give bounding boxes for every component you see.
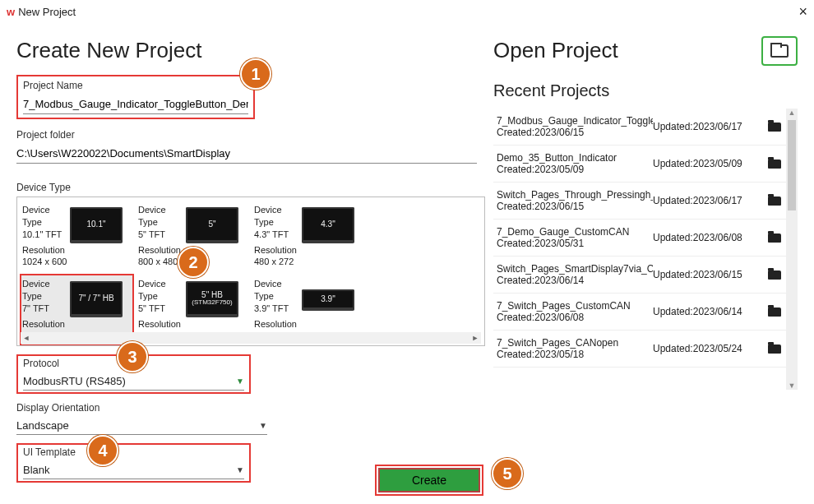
recent-item[interactable]: 7_Demo_Gauge_CustomCANCreated:2023/05/31… xyxy=(493,220,798,257)
project-name-group: 1 Project Name xyxy=(16,75,255,119)
orientation-label: Display Orientation xyxy=(16,402,267,414)
titlebar: w New Project × xyxy=(0,0,814,23)
project-folder-input[interactable] xyxy=(16,144,477,164)
folder-icon[interactable] xyxy=(768,123,781,132)
recent-item[interactable]: Switch_Pages_SmartDisplay7via_CustoCreat… xyxy=(493,257,798,294)
folder-icon[interactable] xyxy=(768,307,781,317)
device-thumb: 10.1" xyxy=(70,207,123,243)
device-thumb: 5" HB (STM32F750) xyxy=(186,281,238,317)
folder-icon[interactable] xyxy=(768,270,781,280)
create-button-label: Create xyxy=(412,474,446,487)
scroll-left-icon[interactable]: ◄ xyxy=(21,334,32,342)
device-hscroll[interactable]: ◄ ► xyxy=(21,332,481,344)
folder-icon[interactable] xyxy=(768,160,781,169)
folder-open-icon xyxy=(770,44,789,58)
protocol-select[interactable]: ModbusRTU (RS485) ▼ xyxy=(23,372,244,391)
recent-item[interactable]: 7_Modbus_Gauge_Indicator_ToggleBuCreated… xyxy=(493,109,798,146)
recent-item[interactable]: 7_Switch_Pages_CANopenCreated:2023/05/18… xyxy=(493,331,798,368)
callout-5: 5 xyxy=(492,458,523,489)
device-type-label: Device Type xyxy=(16,182,485,193)
scroll-down-icon[interactable]: ▼ xyxy=(786,381,798,390)
callout-4: 4 xyxy=(87,435,118,466)
app-logo: w xyxy=(7,6,13,18)
chevron-down-icon: ▼ xyxy=(236,465,244,474)
folder-icon[interactable] xyxy=(768,344,781,354)
open-project-title: Open Project xyxy=(493,38,798,63)
recent-scrollbar[interactable]: ▲ ▼ xyxy=(786,109,798,390)
recent-item[interactable]: Switch_Pages_Through_Pressingh_TheCreate… xyxy=(493,183,798,220)
callout-1: 1 xyxy=(240,58,271,90)
folder-icon[interactable] xyxy=(768,197,781,206)
protocol-group: 3 Protocol ModbusRTU (RS485) ▼ xyxy=(16,354,251,394)
create-button[interactable]: Create xyxy=(378,468,480,492)
close-icon[interactable]: × xyxy=(798,3,807,21)
orientation-group: Display Orientation Landscape ▼ xyxy=(16,402,267,435)
template-label: UI Template xyxy=(23,446,244,458)
protocol-value: ModbusRTU (RS485) xyxy=(23,375,126,387)
device-thumb: 3.9" xyxy=(302,289,354,311)
recent-item[interactable]: 7_Switch_Pages_CustomCANCreated:2023/06/… xyxy=(493,294,798,331)
template-group: 4 UI Template Blank ▼ xyxy=(16,443,251,483)
device-thumb: 5" xyxy=(186,207,238,243)
chevron-down-icon: ▼ xyxy=(259,421,267,430)
window-title: New Project xyxy=(18,6,76,18)
open-project-button[interactable] xyxy=(761,36,798,66)
scroll-right-icon[interactable]: ► xyxy=(469,334,481,342)
scroll-up-icon[interactable]: ▲ xyxy=(786,109,798,117)
recent-item[interactable]: Demo_35_Button_IndicatorCreated:2023/05/… xyxy=(493,146,798,183)
template-select[interactable]: Blank ▼ xyxy=(23,461,244,479)
template-value: Blank xyxy=(23,464,50,476)
orientation-select[interactable]: Landscape ▼ xyxy=(16,417,267,435)
project-name-label: Project Name xyxy=(23,80,248,91)
callout-2: 2 xyxy=(178,247,209,278)
callout-3: 3 xyxy=(117,341,148,372)
scroll-thumb[interactable] xyxy=(788,120,796,210)
folder-icon[interactable] xyxy=(768,234,781,243)
recent-projects-title: Recent Projects xyxy=(493,81,798,100)
device-option[interactable]: Device Type4.3" TFT Resolution480 x 272 … xyxy=(252,201,365,271)
recent-projects-list: ▲ ▼ 7_Modbus_Gauge_Indicator_ToggleBuCre… xyxy=(493,109,798,390)
project-name-input[interactable] xyxy=(23,95,248,114)
orientation-value: Landscape xyxy=(16,419,69,432)
device-thumb: 4.3" xyxy=(302,207,354,243)
project-folder-label: Project folder xyxy=(16,129,477,141)
chevron-down-icon: ▼ xyxy=(236,377,244,386)
device-type-grid: 2 Device Type10.1" TFT Resolution1024 x … xyxy=(16,197,485,346)
device-option[interactable]: Device Type10.1" TFT Resolution1024 x 60… xyxy=(21,201,133,271)
device-thumb: 7" / 7" HB xyxy=(70,281,123,317)
